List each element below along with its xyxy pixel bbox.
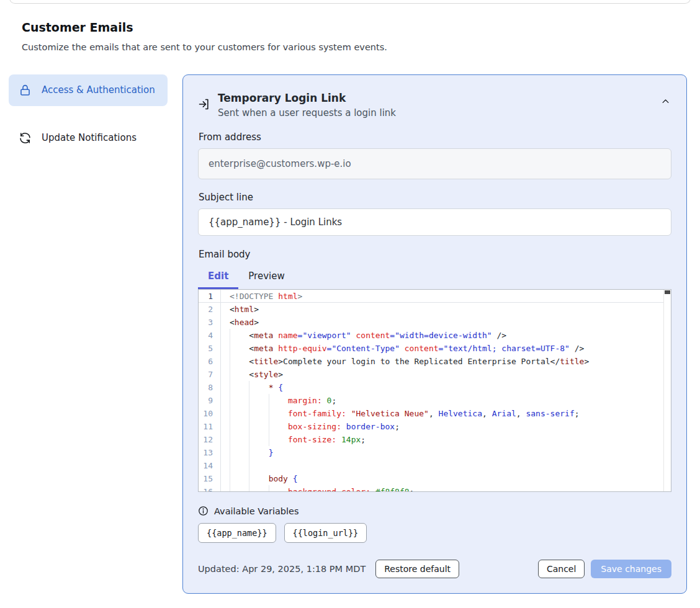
sidebar-item-label: Access & Authentication: [42, 83, 155, 97]
variable-chip-app-name[interactable]: {{app_name}}: [198, 523, 276, 543]
panel-header-text: Temporary Login Link Sent when a user re…: [218, 92, 396, 118]
from-address-input[interactable]: [198, 148, 671, 179]
restore-default-button[interactable]: Restore default: [375, 560, 459, 578]
code-line: 15 body {: [199, 472, 671, 485]
email-body-tabs: Edit Preview: [198, 266, 671, 289]
panel-subtitle: Sent when a user requests a login link: [218, 107, 396, 118]
sidebar-item-update-notifications[interactable]: Update Notifications: [9, 122, 168, 154]
subject-line-label: Subject line: [199, 192, 671, 203]
code-lines: 1<!DOCTYPE html>2<html>3<head>4 <meta na…: [199, 290, 671, 492]
panel-title: Temporary Login Link: [218, 92, 396, 104]
collapse-button[interactable]: [661, 97, 670, 108]
footer-actions: Cancel Save changes: [538, 560, 671, 578]
code-line: 8 * {: [199, 381, 671, 394]
info-icon: [198, 506, 209, 516]
code-line: 7 <style>: [199, 368, 671, 381]
sidebar: Access & Authentication Update Notificat…: [9, 74, 168, 154]
available-variables-label: Available Variables: [214, 506, 299, 516]
code-editor[interactable]: 1<!DOCTYPE html>2<html>3<head>4 <meta na…: [198, 289, 671, 492]
sidebar-item-label: Update Notifications: [42, 131, 137, 145]
code-line: 1<!DOCTYPE html>: [199, 290, 671, 303]
available-variables-header: Available Variables: [198, 506, 671, 516]
refresh-icon: [19, 132, 32, 145]
panel-footer: Updated: Apr 29, 2025, 1:18 PM MDT Resto…: [198, 560, 671, 578]
tab-edit[interactable]: Edit: [198, 266, 238, 289]
code-line: 4 <meta name="viewport" content="width=d…: [199, 329, 671, 342]
editor-scrollbar-track[interactable]: [663, 290, 671, 491]
code-line: 6 <title>Complete your login to the Repl…: [199, 355, 671, 368]
save-changes-button[interactable]: Save changes: [591, 560, 671, 578]
page-title: Customer Emails: [22, 20, 700, 34]
sidebar-item-access-authentication[interactable]: Access & Authentication: [9, 74, 168, 106]
cancel-button[interactable]: Cancel: [538, 560, 585, 578]
code-line: 16 background-color: #f8f8f8;: [199, 485, 671, 492]
email-settings-panel: Temporary Login Link Sent when a user re…: [182, 74, 687, 594]
tab-preview[interactable]: Preview: [238, 266, 294, 289]
login-icon: [198, 98, 210, 110]
code-line: 13 }: [199, 446, 671, 459]
variable-chips: {{app_name}} {{login_url}}: [198, 523, 671, 543]
code-line: 11 box-sizing: border-box;: [199, 420, 671, 433]
code-line: 9 margin: 0;: [199, 394, 671, 407]
page-subtitle: Customize the emails that are sent to yo…: [22, 42, 700, 52]
chevron-up-icon: [661, 97, 670, 108]
panel-header: Temporary Login Link Sent when a user re…: [198, 92, 671, 118]
from-address-label: From address: [199, 132, 671, 143]
content-row: Access & Authentication Update Notificat…: [9, 74, 687, 594]
top-card-edge: [9, 0, 691, 4]
code-line: 14: [199, 459, 671, 472]
code-line: 2<html>: [199, 303, 671, 316]
code-line: 10 font-family: "Helvetica Neue", Helvet…: [199, 407, 671, 420]
code-line: 12 font-size: 14px;: [199, 433, 671, 446]
lock-icon: [19, 84, 32, 97]
subject-line-input[interactable]: [198, 208, 671, 236]
code-line: 3<head>: [199, 316, 671, 329]
variable-chip-login-url[interactable]: {{login_url}}: [284, 523, 367, 543]
updated-timestamp: Updated: Apr 29, 2025, 1:18 PM MDT: [198, 564, 366, 574]
code-line: 5 <meta http-equiv="Content-Type" conten…: [199, 342, 671, 355]
email-body-label: Email body: [199, 249, 671, 260]
editor-scrollbar-thumb[interactable]: [665, 290, 670, 294]
